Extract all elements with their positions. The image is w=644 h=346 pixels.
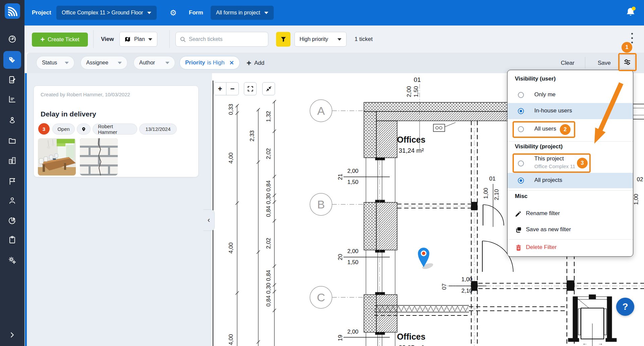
dim-label: 2,33	[249, 130, 255, 141]
radio-selected[interactable]	[518, 108, 524, 114]
radio-unselected[interactable]	[518, 160, 524, 166]
filter-field-assignee[interactable]: Assignee	[80, 56, 127, 69]
active-filter-chip[interactable]: Priority is High ✕	[179, 56, 240, 69]
plan-fit-view-button[interactable]	[262, 82, 275, 95]
sidebar-item-site-visit[interactable]	[8, 115, 17, 125]
menu-item-save-as-new-filter[interactable]: Save as new filter	[507, 222, 633, 238]
sidebar-item-forms[interactable]	[8, 75, 17, 84]
sidebar-item-documents[interactable]	[8, 136, 17, 145]
kebab-menu-dot	[631, 33, 633, 35]
sidebar-item-settings[interactable]	[8, 256, 17, 265]
toolbar-divider	[93, 30, 94, 48]
plan-zoom-out-button[interactable]: −	[226, 82, 239, 95]
status-filter-label: Status	[42, 60, 57, 66]
project-label: Project	[32, 0, 51, 26]
filter-field-status[interactable]: Status	[36, 56, 74, 69]
svg-text:21: 21	[337, 174, 343, 180]
status-pill: Open	[57, 126, 70, 132]
chart-icon	[8, 95, 17, 104]
ticket-photo-meeting-room[interactable]	[38, 138, 76, 176]
chevron-down-icon	[118, 62, 122, 64]
sidebar-expand-button[interactable]	[8, 331, 16, 341]
dim-label: 0,84	[265, 295, 272, 306]
ticket-pin-marker[interactable]	[418, 248, 434, 270]
dim-label: 2,02	[265, 238, 272, 249]
chevron-down-icon	[147, 12, 151, 14]
dim-label: 0,30	[265, 283, 272, 294]
chevron-down-icon	[165, 62, 169, 64]
menu-section-project: Visibility (project)	[515, 143, 562, 150]
person-pin-icon	[8, 115, 17, 125]
window-21: 2,00 1,50 21	[337, 168, 390, 185]
menu-option-only-me[interactable]: Only me	[507, 87, 633, 103]
sidebar-item-dashboard[interactable]	[8, 35, 17, 44]
annotation-badge-2: 2	[560, 124, 571, 135]
add-filter-button[interactable]: + Add	[247, 53, 264, 73]
project-selector-value: Office Complex 11 > Ground Floor	[62, 10, 143, 16]
add-filter-label: Add	[254, 60, 264, 66]
menu-option-this-project[interactable]: This project Office Complex 11	[507, 153, 633, 173]
trash-icon	[515, 244, 522, 251]
clipboard-icon	[8, 235, 17, 244]
ticket-photo-cracked-wall[interactable]	[80, 138, 118, 176]
menu-item-rename-filter[interactable]: Rename filter	[507, 206, 633, 222]
create-ticket-button[interactable]: + Create Ticket	[32, 33, 88, 47]
filter-preset-value: High priority	[300, 36, 328, 42]
menu-option-all-projects[interactable]: All projects	[507, 173, 633, 188]
collapse-arrows-icon	[266, 86, 272, 92]
help-button[interactable]: ?	[616, 298, 634, 316]
sidebar-item-contacts[interactable]	[8, 196, 17, 205]
elevator: ← →	[568, 295, 616, 346]
form-selector[interactable]: All forms in project	[211, 6, 274, 20]
filter-button[interactable]	[276, 32, 290, 47]
svg-text:1,00: 1,00	[461, 276, 472, 283]
project-settings-gear-icon[interactable]: ⚙	[170, 8, 177, 17]
sidebar-item-statistics[interactable]	[8, 216, 17, 225]
kebab-menu-icon[interactable]	[631, 42, 633, 43]
assignee-name: Robert Hammer	[98, 123, 132, 135]
dim-label: 1,50	[413, 86, 419, 97]
panel-accent-strip	[25, 73, 27, 346]
plan-fullscreen-button[interactable]	[244, 82, 257, 95]
menu-option-inhouse-users[interactable]: In-house users	[507, 103, 633, 119]
collapse-panel-button[interactable]: ‹	[203, 209, 215, 231]
flag-icon	[8, 177, 17, 186]
app-logo[interactable]	[5, 3, 20, 19]
filter-preset-dropdown[interactable]: High priority	[294, 32, 346, 47]
plus-icon: +	[218, 85, 222, 93]
tag-icon	[8, 55, 17, 64]
fullscreen-icon	[247, 86, 254, 92]
sidebar-item-flags[interactable]	[8, 177, 17, 186]
view-mode-dropdown[interactable]: Plan	[119, 32, 157, 47]
filter-settings-button[interactable]	[620, 55, 635, 69]
sidebar-item-tickets[interactable]	[8, 55, 17, 64]
view-label: View	[101, 26, 114, 53]
remove-filter-icon[interactable]: ✕	[229, 59, 234, 66]
ticket-card[interactable]: Created by Robert Hammer, 10/03/2022 Del…	[34, 86, 199, 177]
plan-zoom-in-button[interactable]: +	[214, 82, 226, 95]
view-mode-value: Plan	[134, 36, 145, 42]
sidebar-item-projects[interactable]	[8, 156, 17, 165]
active-filter-field: Priority	[185, 59, 205, 66]
radio-selected[interactable]	[518, 178, 524, 184]
svg-text:2,00: 2,00	[347, 329, 358, 335]
search-icon	[180, 36, 186, 43]
sidebar-item-tasks[interactable]	[8, 235, 17, 244]
project-selector[interactable]: Office Complex 11 > Ground Floor	[56, 6, 157, 20]
dim-label: 4,00	[228, 242, 234, 253]
assignee-pill: Robert Hammer	[93, 123, 137, 135]
dim-label: 0,84	[265, 270, 272, 281]
location-pill[interactable]	[77, 123, 91, 135]
notifications-bell[interactable]	[624, 6, 637, 21]
search-input[interactable]	[189, 36, 259, 42]
menu-item-delete-filter[interactable]: Delete Filter	[507, 240, 633, 256]
top-header: Project Office Complex 11 > Ground Floor…	[24, 0, 644, 26]
folder-icon	[8, 136, 17, 145]
due-date-pill: 13/12/2024	[139, 123, 177, 135]
svg-text:1,50: 1,50	[347, 259, 358, 265]
sidebar-item-reports[interactable]	[8, 95, 17, 104]
radio-unselected[interactable]	[518, 92, 524, 98]
filter-field-author[interactable]: Author	[133, 56, 175, 69]
radio-unselected[interactable]	[518, 126, 524, 132]
copy-icon	[515, 226, 522, 234]
